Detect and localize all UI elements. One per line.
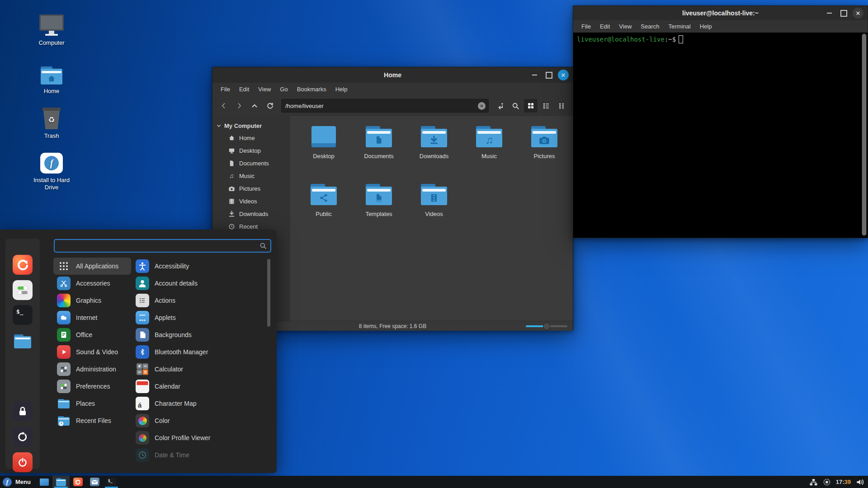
- category-preferences[interactable]: Preferences: [53, 378, 131, 395]
- menu-bookmarks[interactable]: Bookmarks: [292, 84, 331, 94]
- reload-icon[interactable]: [263, 99, 277, 113]
- desktop-icon-computer[interactable]: Computer: [24, 14, 80, 46]
- menu-help[interactable]: Help: [331, 84, 352, 94]
- sidebar-item-documents[interactable]: Documents: [212, 157, 289, 169]
- desktop-icon-install[interactable]: f Install to Hard Drive: [24, 151, 80, 192]
- menu-search[interactable]: Search: [636, 22, 664, 31]
- category-sound-video[interactable]: Sound & Video: [53, 343, 131, 361]
- menu-terminal[interactable]: Terminal: [664, 22, 695, 31]
- close-button[interactable]: ✕: [558, 70, 569, 80]
- back-icon[interactable]: [217, 99, 231, 113]
- menu-edit[interactable]: Edit: [595, 22, 614, 31]
- app-item-backgrounds[interactable]: Backgrounds: [132, 326, 262, 343]
- settings-toggles-icon[interactable]: [13, 280, 33, 300]
- search-input[interactable]: [58, 243, 259, 249]
- rainbow-icon: [57, 294, 71, 307]
- folder-item-templates[interactable]: Templates: [351, 180, 406, 238]
- terminal-screen[interactable]: liveuser@localhost-live:~$: [573, 33, 868, 238]
- icon-view-icon[interactable]: [524, 99, 538, 113]
- app-item-account-details[interactable]: Account details: [132, 275, 262, 292]
- app-item-calculator[interactable]: Calculator: [132, 361, 262, 378]
- terminal-scrollbar[interactable]: [862, 33, 867, 236]
- launcher-mail[interactable]: [86, 476, 103, 488]
- task-button-terminal[interactable]: $_: [103, 476, 120, 488]
- app-item-color[interactable]: Color: [132, 412, 262, 429]
- app-item-date-time[interactable]: Date & Time: [132, 446, 262, 464]
- folder-item-desktop[interactable]: Desktop: [296, 122, 351, 180]
- category-administration[interactable]: Administration: [53, 361, 131, 378]
- terminal-titlebar[interactable]: liveuser@localhost-live:~ ✕: [573, 6, 868, 20]
- category-accessories[interactable]: Accessories: [53, 275, 131, 292]
- forward-icon[interactable]: [232, 99, 246, 113]
- file-manager-view[interactable]: Desktop Documents Downloads: [289, 116, 573, 321]
- file-manager-icon: [56, 478, 66, 486]
- folder-item-pictures[interactable]: Pictures: [517, 122, 572, 180]
- maximize-button[interactable]: [543, 70, 554, 80]
- sidebar-item-videos[interactable]: Videos: [212, 195, 289, 207]
- file-manager-icon[interactable]: [13, 331, 33, 351]
- minimize-button[interactable]: [824, 8, 835, 19]
- clear-icon[interactable]: ✕: [478, 102, 486, 110]
- fedora-logo-icon: f: [3, 478, 12, 487]
- menu-file[interactable]: File: [216, 84, 235, 94]
- sidebar-item-downloads[interactable]: Downloads: [212, 207, 289, 220]
- minimize-button[interactable]: [529, 70, 540, 80]
- zoom-slider-knob[interactable]: [543, 323, 550, 330]
- category-office[interactable]: Office: [53, 326, 131, 343]
- volume-icon[interactable]: [856, 478, 864, 486]
- category-recent-files[interactable]: Recent Files: [53, 412, 131, 429]
- jump-icon[interactable]: [493, 99, 507, 113]
- menu-view[interactable]: View: [614, 22, 636, 31]
- search-icon[interactable]: [509, 99, 522, 113]
- taskbar-clock[interactable]: 17:39: [836, 479, 851, 485]
- app-item-color-profile-viewer[interactable]: Color Profile Viewer: [132, 429, 262, 446]
- close-button[interactable]: ✕: [853, 8, 863, 19]
- category-graphics[interactable]: Graphics: [53, 292, 131, 309]
- path-input[interactable]: /home/liveuser ✕: [281, 99, 489, 113]
- folder-item-public[interactable]: Public: [296, 180, 351, 238]
- app-list-scrollbar[interactable]: [267, 259, 270, 327]
- app-item-applets[interactable]: Applets: [132, 309, 262, 326]
- file-manager-titlebar[interactable]: Home ✕: [212, 67, 573, 83]
- sidebar-item-pictures[interactable]: Pictures: [212, 182, 289, 195]
- compact-view-icon[interactable]: [555, 99, 568, 113]
- task-button-file-manager[interactable]: [52, 476, 70, 488]
- category-all-applications[interactable]: All Applications: [53, 258, 131, 275]
- folder-item-documents[interactable]: Documents: [351, 122, 406, 180]
- folder-item-downloads[interactable]: Downloads: [406, 122, 462, 180]
- menu-file[interactable]: File: [577, 22, 595, 31]
- menu-help[interactable]: Help: [695, 22, 717, 31]
- show-desktop-button[interactable]: [36, 476, 52, 488]
- desktop-icon-home[interactable]: Home: [24, 62, 80, 94]
- app-item-character-map[interactable]: á Character Map: [132, 395, 262, 412]
- zoom-slider[interactable]: [526, 321, 567, 331]
- app-item-accessibility[interactable]: Accessibility: [132, 258, 262, 275]
- menu-edit[interactable]: Edit: [235, 84, 254, 94]
- category-places[interactable]: Places: [53, 395, 131, 412]
- menu-go[interactable]: Go: [275, 84, 292, 94]
- leave-icon[interactable]: [13, 427, 33, 447]
- shutdown-icon[interactable]: [13, 452, 33, 472]
- sidebar-item-desktop[interactable]: Desktop: [212, 144, 289, 157]
- lock-screen-icon[interactable]: [13, 401, 33, 421]
- up-icon[interactable]: [248, 99, 261, 113]
- sidebar-item-home[interactable]: Home: [212, 131, 289, 144]
- start-menu-button[interactable]: f Menu: [0, 476, 36, 488]
- desktop-icon-trash[interactable]: ♻ Trash: [24, 107, 80, 139]
- app-item-calendar[interactable]: Calendar: [132, 378, 262, 395]
- color-temperature-icon[interactable]: [823, 478, 831, 486]
- folder-item-music[interactable]: ♫ Music: [462, 122, 517, 180]
- maximize-button[interactable]: [838, 8, 849, 19]
- folder-item-videos[interactable]: Videos: [406, 180, 462, 238]
- terminal-icon[interactable]: $_: [13, 305, 33, 325]
- network-icon[interactable]: [809, 478, 818, 486]
- app-item-bluetooth-manager[interactable]: Bluetooth Manager: [132, 343, 262, 361]
- sidebar-item-music[interactable]: ♫ Music: [212, 169, 289, 182]
- list-view-icon[interactable]: [539, 99, 553, 113]
- launcher-firefox[interactable]: [70, 476, 86, 488]
- sidebar-group-my-computer[interactable]: My Computer: [212, 120, 289, 131]
- menu-view[interactable]: View: [254, 84, 275, 94]
- firefox-icon[interactable]: [13, 255, 33, 275]
- category-internet[interactable]: Internet: [53, 309, 131, 326]
- app-item-actions[interactable]: Actions: [132, 292, 262, 309]
